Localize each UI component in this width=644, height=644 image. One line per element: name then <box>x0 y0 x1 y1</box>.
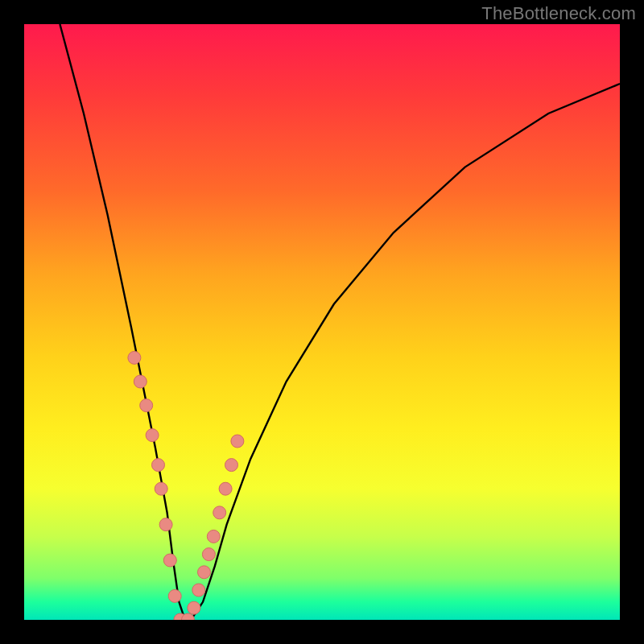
marker-point <box>152 459 165 472</box>
marker-point <box>146 429 159 442</box>
marker-point <box>168 589 181 602</box>
marker-point <box>198 566 211 579</box>
marker-point <box>155 482 167 495</box>
marker-point <box>219 482 232 495</box>
marker-point <box>213 506 226 519</box>
marker-point <box>128 351 141 364</box>
marker-point <box>140 399 153 412</box>
watermark-text: TheBottleneck.com <box>481 3 636 24</box>
marker-point <box>163 554 176 567</box>
marker-point <box>192 584 205 597</box>
marker-point <box>225 459 238 472</box>
marker-point <box>202 548 215 561</box>
marker-point <box>231 435 244 448</box>
marker-point <box>188 601 200 614</box>
sample-markers <box>128 351 244 620</box>
chart-svg <box>24 24 620 620</box>
plot-area <box>24 24 620 620</box>
marker-point <box>159 518 172 531</box>
bottleneck-curve <box>60 24 620 620</box>
chart-frame: TheBottleneck.com <box>0 0 644 644</box>
marker-point <box>134 375 147 388</box>
marker-point <box>207 530 220 543</box>
